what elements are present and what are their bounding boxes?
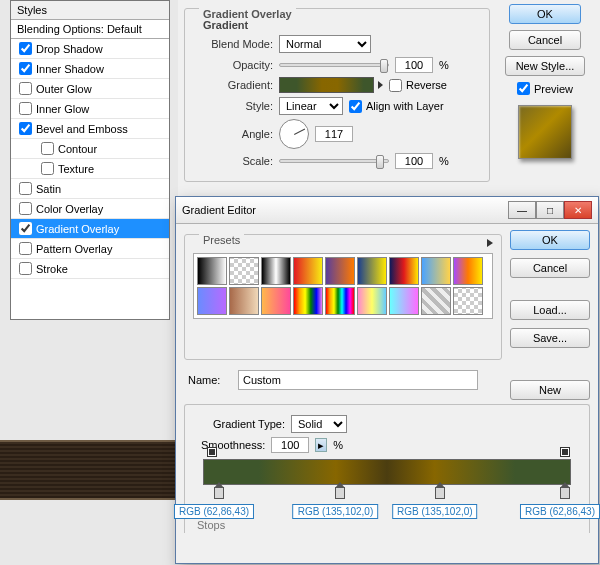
gradient-def-group: Gradient Type: Solid Smoothness: ▸ % RGB… [184, 404, 590, 533]
scale-slider[interactable] [279, 159, 389, 163]
gradient-bar[interactable]: RGB (62,86,43)RGB (135,102,0)RGB (135,10… [203, 459, 571, 485]
style-label: Drop Shadow [36, 43, 103, 55]
preset-swatch[interactable] [357, 257, 387, 285]
color-stop[interactable] [435, 487, 445, 499]
style-item-gradient-overlay[interactable]: Gradient Overlay [11, 219, 169, 239]
style-checkbox[interactable] [19, 182, 32, 195]
preset-swatch[interactable] [197, 257, 227, 285]
gradient-editor-dialog: Gradient Editor — □ ✕ Presets Name: OK C… [175, 196, 599, 564]
new-style-button[interactable]: New Style... [505, 56, 586, 76]
preset-swatch[interactable] [453, 257, 483, 285]
style-checkbox[interactable] [19, 102, 32, 115]
load-button[interactable]: Load... [510, 300, 590, 320]
style-checkbox[interactable] [41, 162, 54, 175]
gradient-picker[interactable] [279, 77, 374, 93]
close-button[interactable]: ✕ [564, 201, 592, 219]
presets-grid [193, 253, 493, 319]
gradient-subtitle: Gradient [203, 19, 481, 31]
style-item-drop-shadow[interactable]: Drop Shadow [11, 39, 169, 59]
scale-input[interactable] [395, 153, 433, 169]
blend-mode-select[interactable]: Normal [279, 35, 371, 53]
style-label: Style: [201, 100, 273, 112]
minimize-button[interactable]: — [508, 201, 536, 219]
new-button[interactable]: New [510, 380, 590, 400]
style-item-stroke[interactable]: Stroke [11, 259, 169, 279]
style-item-inner-glow[interactable]: Inner Glow [11, 99, 169, 119]
blending-options[interactable]: Blending Options: Default [11, 20, 169, 39]
gradient-overlay-group: Gradient Overlay Gradient Blend Mode: No… [184, 8, 490, 182]
ls-ok-button[interactable]: OK [509, 4, 581, 24]
presets-menu-icon[interactable] [487, 239, 493, 247]
style-checkbox[interactable] [19, 222, 32, 235]
name-label: Name: [188, 374, 232, 386]
style-item-color-overlay[interactable]: Color Overlay [11, 199, 169, 219]
opacity-input[interactable] [395, 57, 433, 73]
style-item-inner-shadow[interactable]: Inner Shadow [11, 59, 169, 79]
style-label: Color Overlay [36, 203, 103, 215]
group-title: Gradient Overlay [199, 8, 296, 20]
scale-label: Scale: [201, 155, 273, 167]
style-checkbox[interactable] [19, 202, 32, 215]
style-checkbox[interactable] [19, 82, 32, 95]
style-checkbox[interactable] [19, 242, 32, 255]
style-label: Inner Shadow [36, 63, 104, 75]
preset-swatch[interactable] [261, 257, 291, 285]
opacity-stop[interactable] [207, 447, 217, 457]
angle-label: Angle: [201, 128, 273, 140]
preset-swatch[interactable] [197, 287, 227, 315]
style-item-satin[interactable]: Satin [11, 179, 169, 199]
preset-swatch[interactable] [453, 287, 483, 315]
style-checkbox[interactable] [19, 262, 32, 275]
preset-swatch[interactable] [389, 257, 419, 285]
style-item-outer-glow[interactable]: Outer Glow [11, 79, 169, 99]
opacity-label: Opacity: [201, 59, 273, 71]
ge-ok-button[interactable]: OK [510, 230, 590, 250]
preset-swatch[interactable] [325, 287, 355, 315]
presets-label: Presets [199, 234, 244, 246]
preset-swatch[interactable] [421, 257, 451, 285]
gradtype-select[interactable]: Solid [291, 415, 347, 433]
preset-swatch[interactable] [293, 257, 323, 285]
opacity-stop[interactable] [560, 447, 570, 457]
style-item-contour[interactable]: Contour [11, 139, 169, 159]
preset-swatch[interactable] [261, 287, 291, 315]
preset-swatch[interactable] [421, 287, 451, 315]
style-item-bevel-and-emboss[interactable]: Bevel and Emboss [11, 119, 169, 139]
ls-cancel-button[interactable]: Cancel [509, 30, 581, 50]
style-select[interactable]: Linear [279, 97, 343, 115]
reverse-checkbox[interactable]: Reverse [389, 79, 447, 92]
color-stop[interactable] [335, 487, 345, 499]
style-checkbox[interactable] [41, 142, 54, 155]
smoothness-input[interactable] [271, 437, 309, 453]
ge-cancel-button[interactable]: Cancel [510, 258, 590, 278]
preset-swatch[interactable] [325, 257, 355, 285]
angle-input[interactable] [315, 126, 353, 142]
gradient-name-input[interactable] [238, 370, 478, 390]
preset-swatch[interactable] [229, 257, 259, 285]
preset-swatch[interactable] [357, 287, 387, 315]
styles-header[interactable]: Styles [11, 1, 169, 20]
color-stop[interactable] [214, 487, 224, 499]
save-button[interactable]: Save... [510, 328, 590, 348]
dropdown-arrow-icon[interactable] [378, 81, 383, 89]
opacity-slider[interactable] [279, 63, 389, 67]
preset-swatch[interactable] [229, 287, 259, 315]
layer-style-buttons: OK Cancel New Style... Preview [500, 4, 590, 159]
maximize-button[interactable]: □ [536, 201, 564, 219]
style-checkbox[interactable] [19, 42, 32, 55]
percent-2: % [439, 155, 449, 167]
presets-group: Presets [184, 234, 502, 360]
style-checkbox[interactable] [19, 62, 32, 75]
align-checkbox[interactable]: Align with Layer [349, 100, 444, 113]
color-stop[interactable] [560, 487, 570, 499]
preset-swatch[interactable] [293, 287, 323, 315]
gradient-editor-titlebar[interactable]: Gradient Editor — □ ✕ [176, 197, 598, 224]
style-checkbox[interactable] [19, 122, 32, 135]
angle-dial[interactable] [279, 119, 309, 149]
style-item-texture[interactable]: Texture [11, 159, 169, 179]
smoothness-dropdown-icon[interactable]: ▸ [315, 438, 327, 452]
preview-checkbox[interactable]: Preview [517, 82, 573, 95]
styles-panel: Styles Blending Options: Default Drop Sh… [10, 0, 170, 320]
style-item-pattern-overlay[interactable]: Pattern Overlay [11, 239, 169, 259]
preset-swatch[interactable] [389, 287, 419, 315]
